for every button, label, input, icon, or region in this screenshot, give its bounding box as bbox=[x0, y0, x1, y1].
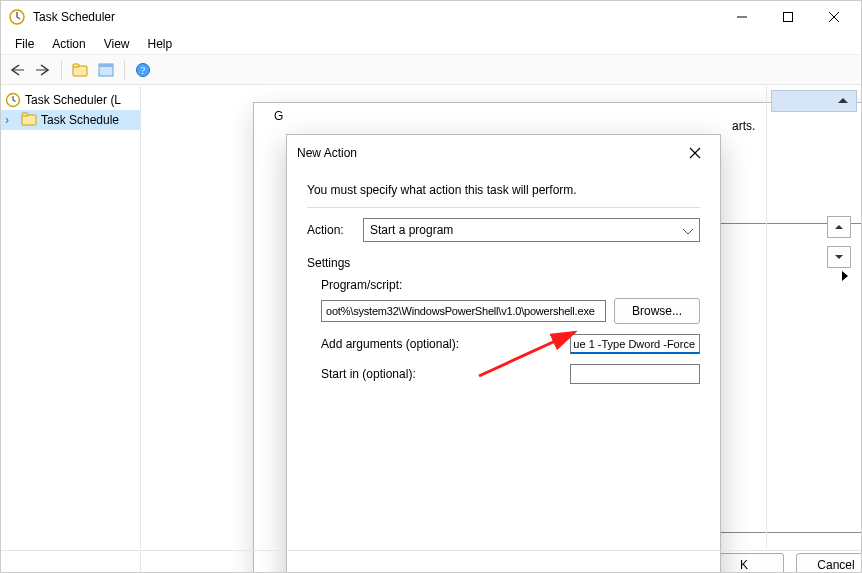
svg-rect-10 bbox=[22, 113, 28, 116]
svg-text:?: ? bbox=[141, 65, 146, 76]
dialog-title: New Action bbox=[297, 146, 680, 160]
tree-root-label: Task Scheduler (L bbox=[25, 93, 121, 107]
startin-label: Start in (optional): bbox=[321, 367, 570, 381]
program-script-input[interactable]: oot%\system32\WindowsPowerShell\v1.0\pow… bbox=[321, 300, 606, 322]
startin-input[interactable] bbox=[570, 364, 700, 384]
dialog-instruction: You must specify what action this task w… bbox=[307, 183, 700, 197]
action-select-value: Start a program bbox=[370, 223, 453, 237]
titlebar: Task Scheduler bbox=[1, 1, 861, 33]
arguments-label: Add arguments (optional): bbox=[321, 337, 570, 351]
clock-icon bbox=[5, 92, 21, 108]
status-bar bbox=[1, 550, 861, 572]
svg-rect-3 bbox=[73, 64, 79, 67]
svg-rect-5 bbox=[99, 64, 113, 67]
main-window: Task Scheduler File Action View Help ? T… bbox=[0, 0, 862, 573]
dialog-close-button[interactable] bbox=[680, 139, 710, 167]
app-icon bbox=[9, 9, 25, 25]
maximize-button[interactable] bbox=[765, 2, 811, 32]
browse-button[interactable]: Browse... bbox=[614, 298, 700, 324]
tree-root[interactable]: Task Scheduler (L bbox=[1, 90, 140, 110]
arguments-input[interactable]: ue 1 -Type Dword -Force bbox=[570, 334, 700, 354]
ghost-text: arts. bbox=[732, 119, 755, 133]
nav-back-button[interactable] bbox=[5, 58, 29, 82]
chevron-up-icon bbox=[838, 98, 848, 104]
action-select[interactable]: Start a program bbox=[363, 218, 700, 242]
action-label: Action: bbox=[307, 223, 363, 237]
toolbar: ? bbox=[1, 55, 861, 85]
toolbar-details-button[interactable] bbox=[94, 58, 118, 82]
toolbar-folder-button[interactable] bbox=[68, 58, 92, 82]
chevron-down-icon bbox=[683, 224, 693, 238]
tree-pane: Task Scheduler (L › Task Schedule bbox=[1, 86, 141, 548]
tree-library-label: Task Schedule bbox=[41, 113, 119, 127]
close-button[interactable] bbox=[811, 2, 857, 32]
chevron-right-icon: › bbox=[5, 113, 17, 127]
menu-file[interactable]: File bbox=[7, 35, 42, 53]
content-area: Task Scheduler (L › Task Schedule G arts… bbox=[1, 86, 861, 548]
actions-pane bbox=[766, 86, 861, 548]
program-label: Program/script: bbox=[321, 278, 700, 292]
app-title: Task Scheduler bbox=[33, 10, 115, 24]
nav-forward-button[interactable] bbox=[31, 58, 55, 82]
expand-arrow-icon[interactable] bbox=[835, 266, 855, 286]
minimize-button[interactable] bbox=[719, 2, 765, 32]
menu-view[interactable]: View bbox=[96, 35, 138, 53]
menu-help[interactable]: Help bbox=[140, 35, 181, 53]
folder-icon bbox=[21, 112, 37, 128]
settings-group-label: Settings bbox=[307, 256, 700, 270]
actions-header-top[interactable] bbox=[771, 90, 857, 112]
dialog-titlebar: New Action bbox=[287, 135, 720, 171]
toolbar-help-button[interactable]: ? bbox=[131, 58, 155, 82]
menu-action[interactable]: Action bbox=[44, 35, 93, 53]
svg-rect-1 bbox=[784, 13, 793, 22]
main-pane: G arts. K Cancel bbox=[141, 86, 861, 548]
menubar: File Action View Help bbox=[1, 33, 861, 55]
ghost-text: G bbox=[274, 109, 283, 123]
tree-library[interactable]: › Task Schedule bbox=[1, 110, 140, 130]
move-up-button[interactable] bbox=[827, 216, 851, 238]
move-down-button[interactable] bbox=[827, 246, 851, 268]
new-action-dialog: New Action You must specify what action … bbox=[286, 134, 721, 573]
